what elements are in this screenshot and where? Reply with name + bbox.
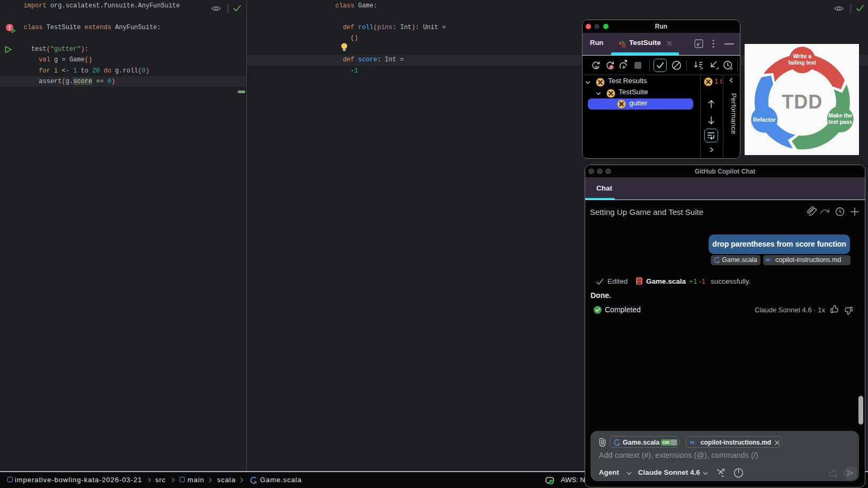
svg-text:Write a: Write a <box>793 53 811 59</box>
svg-text:Refactor: Refactor <box>753 116 776 123</box>
svg-text:failing test: failing test <box>789 59 817 66</box>
svg-text:test pass: test pass <box>828 119 853 125</box>
svg-text:TDD: TDD <box>782 91 822 113</box>
svg-text:Make the: Make the <box>828 112 852 119</box>
